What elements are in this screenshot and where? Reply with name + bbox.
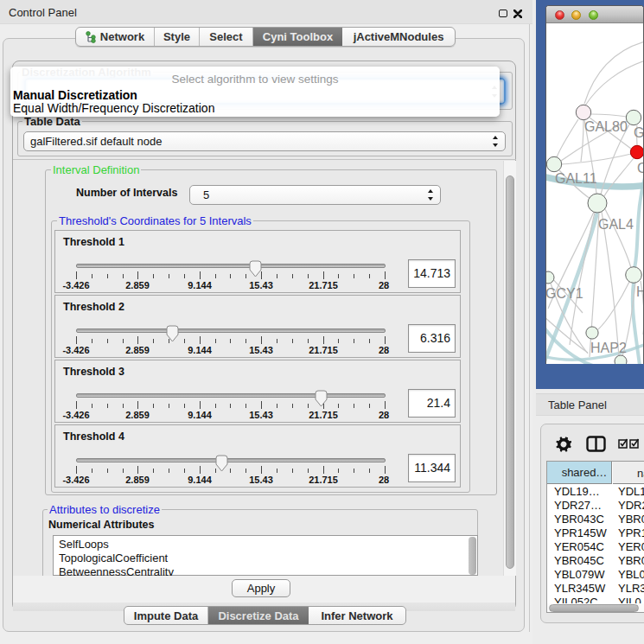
svg-text:GAL4: GAL4 <box>598 217 634 232</box>
svg-text:GAL11: GAL11 <box>555 171 597 186</box>
svg-text:CR: CR <box>637 161 643 175</box>
svg-text:GA: GA <box>634 125 643 140</box>
svg-text:GCY1: GCY1 <box>546 286 583 301</box>
svg-text:GAL80: GAL80 <box>584 119 628 134</box>
svg-text:HAP2: HAP2 <box>590 341 627 355</box>
svg-text:HA: HA <box>636 284 643 299</box>
